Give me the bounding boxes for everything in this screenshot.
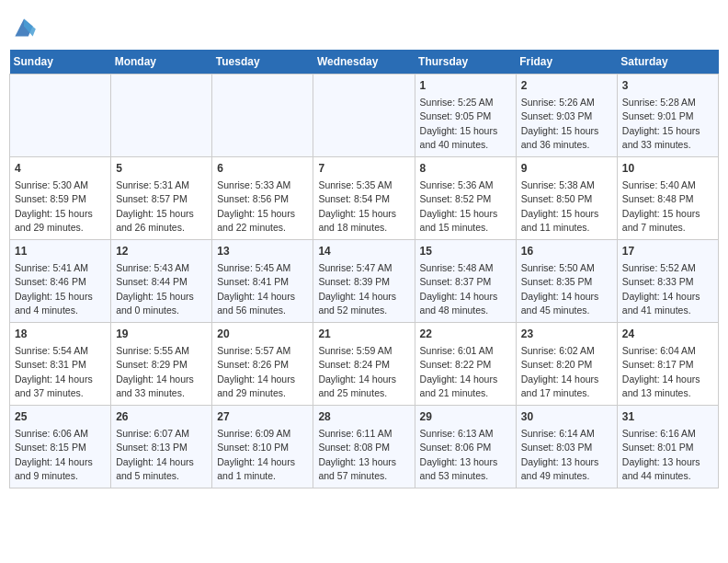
day-number: 27 [217,409,308,425]
day-cell: 1Sunrise: 5:25 AM Sunset: 9:05 PM Daylig… [415,75,516,157]
day-info: Sunrise: 6:09 AM Sunset: 8:10 PM Dayligh… [217,428,295,481]
header [9,9,719,42]
day-cell: 8Sunrise: 5:36 AM Sunset: 8:52 PM Daylig… [415,157,516,240]
logo-icon [9,13,39,42]
day-cell: 25Sunrise: 6:06 AM Sunset: 8:15 PM Dayli… [10,406,111,488]
day-info: Sunrise: 6:16 AM Sunset: 8:01 PM Dayligh… [622,428,700,481]
day-number: 9 [521,161,612,177]
day-cell: 9Sunrise: 5:38 AM Sunset: 8:50 PM Daylig… [516,157,617,240]
day-info: Sunrise: 5:40 AM Sunset: 8:48 PM Dayligh… [622,179,700,233]
day-cell: 18Sunrise: 5:54 AM Sunset: 8:31 PM Dayli… [10,323,111,406]
day-cell [10,75,111,157]
header-row: SundayMondayTuesdayWednesdayThursdayFrid… [10,50,719,75]
col-header-thursday: Thursday [415,50,516,75]
day-number: 5 [116,161,207,177]
day-number: 17 [622,244,713,259]
day-cell: 5Sunrise: 5:31 AM Sunset: 8:57 PM Daylig… [111,157,212,240]
day-cell: 2Sunrise: 5:26 AM Sunset: 9:03 PM Daylig… [516,75,617,157]
day-number: 1 [420,78,511,94]
week-row-1: 1Sunrise: 5:25 AM Sunset: 9:05 PM Daylig… [10,75,719,157]
week-row-5: 25Sunrise: 6:06 AM Sunset: 8:15 PM Dayli… [10,406,719,488]
day-number: 16 [521,244,612,259]
day-cell: 29Sunrise: 6:13 AM Sunset: 8:06 PM Dayli… [415,406,516,488]
day-cell: 15Sunrise: 5:48 AM Sunset: 8:37 PM Dayli… [415,240,516,323]
day-info: Sunrise: 5:35 AM Sunset: 8:54 PM Dayligh… [318,179,396,233]
day-info: Sunrise: 5:36 AM Sunset: 8:52 PM Dayligh… [420,179,498,233]
day-info: Sunrise: 5:26 AM Sunset: 9:03 PM Dayligh… [521,97,599,150]
day-number: 14 [318,244,409,259]
day-info: Sunrise: 5:57 AM Sunset: 8:26 PM Dayligh… [217,345,295,398]
week-row-4: 18Sunrise: 5:54 AM Sunset: 8:31 PM Dayli… [10,323,719,406]
day-number: 6 [217,161,308,177]
day-info: Sunrise: 6:14 AM Sunset: 8:03 PM Dayligh… [521,428,599,481]
day-number: 24 [622,327,713,342]
day-info: Sunrise: 5:28 AM Sunset: 9:01 PM Dayligh… [622,97,700,150]
day-number: 11 [15,244,106,259]
day-number: 25 [15,409,106,425]
day-cell: 14Sunrise: 5:47 AM Sunset: 8:39 PM Dayli… [313,240,415,323]
day-number: 31 [622,409,713,425]
logo [9,13,42,42]
day-number: 19 [116,327,207,342]
day-cell: 4Sunrise: 5:30 AM Sunset: 8:59 PM Daylig… [10,157,111,240]
col-header-sunday: Sunday [10,50,111,75]
day-info: Sunrise: 6:01 AM Sunset: 8:22 PM Dayligh… [420,345,498,398]
day-info: Sunrise: 6:02 AM Sunset: 8:20 PM Dayligh… [521,345,599,398]
day-cell: 13Sunrise: 5:45 AM Sunset: 8:41 PM Dayli… [212,240,313,323]
day-cell: 26Sunrise: 6:07 AM Sunset: 8:13 PM Dayli… [111,406,212,488]
day-number: 10 [622,161,713,177]
day-number: 12 [116,244,207,259]
day-info: Sunrise: 5:43 AM Sunset: 8:44 PM Dayligh… [116,262,194,316]
calendar-table: SundayMondayTuesdayWednesdayThursdayFrid… [9,50,719,488]
day-cell: 7Sunrise: 5:35 AM Sunset: 8:54 PM Daylig… [313,157,415,240]
day-info: Sunrise: 5:30 AM Sunset: 8:59 PM Dayligh… [15,179,93,233]
day-number: 8 [420,161,511,177]
day-cell: 28Sunrise: 6:11 AM Sunset: 8:08 PM Dayli… [313,406,415,488]
day-number: 22 [420,327,511,342]
day-number: 7 [318,161,409,177]
day-info: Sunrise: 5:45 AM Sunset: 8:41 PM Dayligh… [217,262,295,316]
day-number: 3 [622,78,713,94]
day-cell: 19Sunrise: 5:55 AM Sunset: 8:29 PM Dayli… [111,323,212,406]
day-number: 29 [420,409,511,425]
day-cell: 10Sunrise: 5:40 AM Sunset: 8:48 PM Dayli… [617,157,718,240]
day-number: 15 [420,244,511,259]
day-info: Sunrise: 6:13 AM Sunset: 8:06 PM Dayligh… [420,428,498,481]
day-cell: 3Sunrise: 5:28 AM Sunset: 9:01 PM Daylig… [617,75,718,157]
col-header-monday: Monday [111,50,212,75]
day-number: 4 [15,161,106,177]
day-number: 26 [116,409,207,425]
day-cell: 30Sunrise: 6:14 AM Sunset: 8:03 PM Dayli… [516,406,617,488]
day-cell: 27Sunrise: 6:09 AM Sunset: 8:10 PM Dayli… [212,406,313,488]
day-number: 20 [217,327,308,342]
day-number: 21 [318,327,409,342]
day-cell [212,75,313,157]
day-cell [111,75,212,157]
day-cell: 20Sunrise: 5:57 AM Sunset: 8:26 PM Dayli… [212,323,313,406]
day-info: Sunrise: 5:41 AM Sunset: 8:46 PM Dayligh… [15,262,93,316]
day-cell: 17Sunrise: 5:52 AM Sunset: 8:33 PM Dayli… [617,240,718,323]
week-row-2: 4Sunrise: 5:30 AM Sunset: 8:59 PM Daylig… [10,157,719,240]
day-number: 13 [217,244,308,259]
week-row-3: 11Sunrise: 5:41 AM Sunset: 8:46 PM Dayli… [10,240,719,323]
day-info: Sunrise: 5:54 AM Sunset: 8:31 PM Dayligh… [15,345,93,398]
day-number: 2 [521,78,612,94]
day-info: Sunrise: 5:50 AM Sunset: 8:35 PM Dayligh… [521,262,599,316]
day-info: Sunrise: 6:04 AM Sunset: 8:17 PM Dayligh… [622,345,700,398]
day-cell: 31Sunrise: 6:16 AM Sunset: 8:01 PM Dayli… [617,406,718,488]
day-info: Sunrise: 6:06 AM Sunset: 8:15 PM Dayligh… [15,428,93,481]
day-info: Sunrise: 6:07 AM Sunset: 8:13 PM Dayligh… [116,428,194,481]
day-cell: 21Sunrise: 5:59 AM Sunset: 8:24 PM Dayli… [313,323,415,406]
day-number: 23 [521,327,612,342]
col-header-tuesday: Tuesday [212,50,313,75]
day-cell: 12Sunrise: 5:43 AM Sunset: 8:44 PM Dayli… [111,240,212,323]
day-info: Sunrise: 5:48 AM Sunset: 8:37 PM Dayligh… [420,262,498,316]
col-header-saturday: Saturday [617,50,718,75]
day-info: Sunrise: 5:38 AM Sunset: 8:50 PM Dayligh… [521,179,599,233]
col-header-friday: Friday [516,50,617,75]
day-cell: 22Sunrise: 6:01 AM Sunset: 8:22 PM Dayli… [415,323,516,406]
day-info: Sunrise: 5:55 AM Sunset: 8:29 PM Dayligh… [116,345,194,398]
day-number: 30 [521,409,612,425]
day-number: 18 [15,327,106,342]
day-info: Sunrise: 6:11 AM Sunset: 8:08 PM Dayligh… [318,428,396,481]
